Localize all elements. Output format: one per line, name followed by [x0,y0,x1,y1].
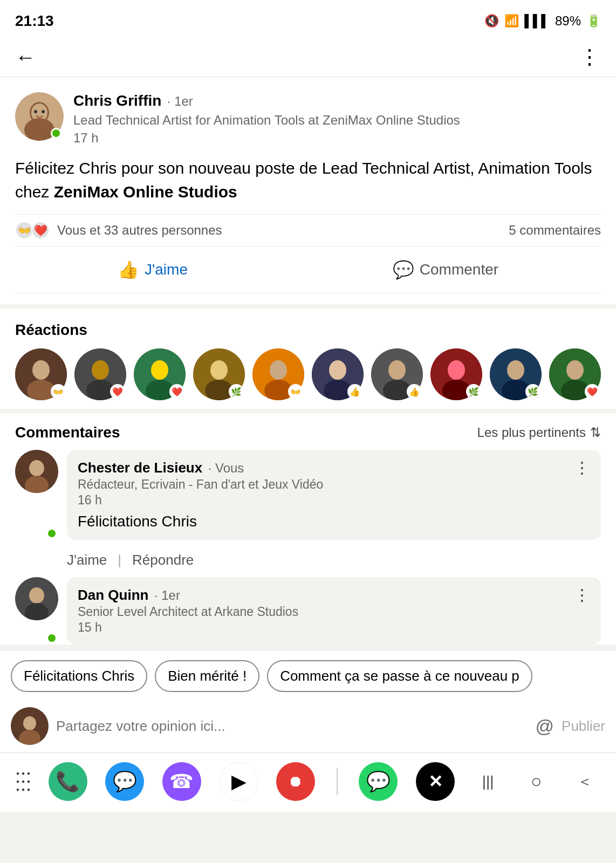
svg-point-40 [29,587,44,604]
reaction-badge-8: 🌿 [466,384,481,399]
reaction-avatar-8[interactable]: 🌿 [430,348,482,400]
quick-reply-chip-1[interactable]: Félicitations Chris [11,660,147,692]
reaction-avatar-7[interactable]: 👍 [371,348,423,400]
post-author-degree: · 1er [167,94,193,108]
bottom-nav: ●●● ●●● ●●● 📞 💬 ☎ ▶ ⏺ 💬 ✕ ||| ○ ＜ [0,752,616,812]
reactions-avatars: 👐 ❤️ ❤️ 🌿 👐 [15,348,601,400]
post-author-avatar-container[interactable] [15,92,64,141]
reaction-heart-icon: ❤️ [31,221,50,239]
svg-point-16 [210,360,228,380]
like-label: J'aime [145,261,188,278]
online-indicator [51,128,61,139]
svg-point-22 [329,360,346,380]
quick-reply-chip-3[interactable]: Comment ça se passe à ce nouveau p [267,660,532,692]
svg-point-3 [24,118,54,141]
sort-chevron-icon: ⇅ [590,425,601,440]
comments-sort-button[interactable]: Les plus pertinents ⇅ [477,425,601,440]
post-author-name[interactable]: Chris Griffin [73,92,161,109]
battery-icon: 🔋 [586,14,601,28]
reaction-avatar-9[interactable]: 🌿 [490,348,542,400]
back-sys-button[interactable]: ＜ [570,766,600,797]
reaction-badge-2: ❤️ [110,384,125,399]
quick-reply-chip-2[interactable]: Bien mérité ! [155,660,259,692]
comment-2-author-row: Dan Quinn · 1er [78,587,180,604]
post-text-bold: ZeniMax Online Studios [54,183,237,201]
comment-1-author[interactable]: Chester de Lisieux [78,460,202,476]
screen-recorder-app-icon[interactable]: ⏺ [276,762,315,801]
comment-2-header: Dan Quinn · 1er ⋮ [78,587,590,604]
phone-app-icon[interactable]: 📞 [49,762,87,801]
whatsapp-app-icon[interactable]: 💬 [359,762,398,801]
reaction-avatar-1[interactable]: 👐 [15,348,67,400]
publish-button[interactable]: Publier [562,718,605,735]
messages-app-icon[interactable]: 💬 [105,762,144,801]
svg-point-13 [151,360,168,380]
play-store-icon: ▶ [231,770,247,793]
comment-2-more-button[interactable]: ⋮ [574,587,590,603]
play-store-app-icon[interactable]: ▶ [220,762,258,801]
recent-apps-button[interactable]: ||| [473,766,503,797]
comment-2: Dan Quinn · 1er ⋮ Senior Level Architect… [15,577,601,645]
comment-2-avatar-container[interactable] [15,577,58,645]
messages-icon: 💬 [113,770,137,793]
mute-icon: 🔇 [484,14,499,28]
svg-point-25 [388,360,406,380]
reaction-avatar-10[interactable]: ❤️ [549,348,601,400]
comment-input-field[interactable] [56,718,528,735]
quick-replies: Félicitations Chris Bien mérité ! Commen… [0,650,616,700]
signal-icon: ▌▌▌ [524,14,550,28]
svg-point-31 [507,360,524,380]
reaction-emoji-icons: 👐 ❤️ [15,221,50,239]
reaction-badge-9: 🌿 [525,384,540,399]
comment-1-text: Félicitations Chris [78,513,590,530]
nav-bar: ← ⋮ [0,38,616,77]
comment-1-avatar [15,450,58,493]
back-button[interactable]: ← [15,46,36,69]
reaction-badge-10: ❤️ [585,384,600,399]
apps-grid-button[interactable]: ●●● ●●● ●●● [16,770,30,792]
comments-sort-label: Les plus pertinents [477,425,586,440]
svg-point-7 [32,360,50,380]
like-button[interactable]: 👍 J'aime [101,254,204,285]
comment-1-author-row: Chester de Lisieux · Vous [78,460,244,476]
comment-icon: 💬 [393,259,414,280]
svg-point-4 [34,110,37,113]
comments-title: Commentaires [15,424,120,441]
home-icon: ○ [531,771,542,792]
comment-button[interactable]: 💬 Commenter [377,254,515,285]
svg-point-34 [566,360,584,380]
x-twitter-app-icon[interactable]: ✕ [416,762,455,801]
comment-1-degree: · Vous [208,461,244,475]
post-header: Chris Griffin · 1er Lead Technical Artis… [15,92,601,146]
post-author-name-row: Chris Griffin · 1er [73,92,601,109]
comment-1-avatar-container[interactable] [15,450,58,540]
reaction-avatar-3[interactable]: ❤️ [134,348,186,400]
reactions-text: Vous et 33 autres personnes [57,223,222,238]
at-button[interactable]: @ [536,716,555,737]
comment-2-author[interactable]: Dan Quinn [78,587,148,603]
comment-input-row: @ Publier [0,700,616,752]
status-bar: 21:13 🔇 📶 ▌▌▌ 89% 🔋 [0,0,616,38]
home-button[interactable]: ○ [521,766,551,797]
battery-text: 89% [555,13,581,29]
wifi-icon: 📶 [504,14,519,28]
reaction-avatar-2[interactable]: ❤️ [74,348,126,400]
status-time: 21:13 [15,12,54,30]
comment-2-online-dot [47,633,57,643]
comment-1-like-button[interactable]: J'aime [67,552,107,569]
more-button[interactable]: ⋮ [579,45,601,69]
reaction-clap-icon: 👐 [15,221,33,239]
reaction-avatar-5[interactable]: 👐 [252,348,304,400]
comment-1-reply-button[interactable]: Répondre [132,552,194,569]
svg-point-19 [270,360,287,380]
post-author-title: Lead Technical Artist for Animation Tool… [73,112,601,128]
reaction-avatar-4[interactable]: 🌿 [193,348,245,400]
comment-1-subtitle: Rédacteur, Ecrivain - Fan d'art et Jeux … [78,477,590,492]
viber-app-icon[interactable]: ☎ [162,762,201,801]
reaction-badge-4: 🌿 [229,384,244,399]
nav-divider [337,768,338,795]
reaction-avatar-6[interactable]: 👍 [312,348,364,400]
comment-1-more-button[interactable]: ⋮ [574,460,590,476]
svg-point-28 [448,360,465,380]
svg-point-37 [29,460,44,476]
